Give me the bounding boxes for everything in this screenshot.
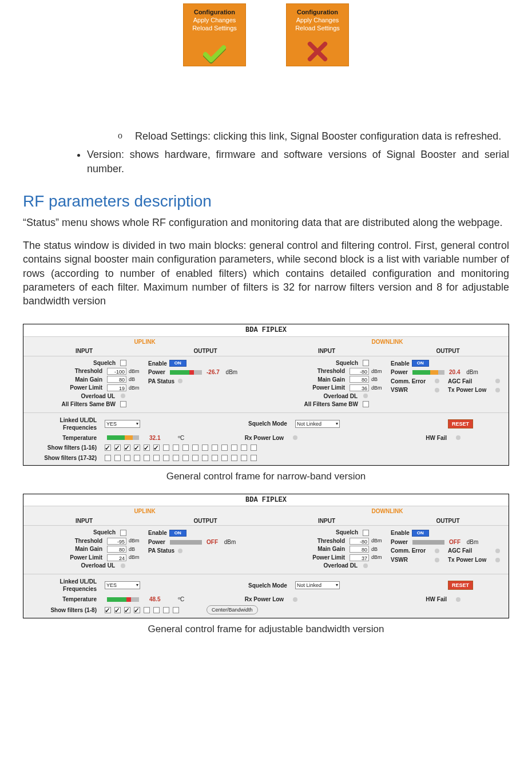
gain-input[interactable]: 80 [107,376,126,383]
filter-checkbox[interactable] [192,445,198,451]
filter-checkbox[interactable] [251,445,257,451]
dl-output-block: EnableON Power20.4 dBm Comm. Error AGC F… [387,356,509,412]
version-text: Version: shows hardware, firmware and so… [87,148,509,176]
temp-bar [107,435,139,440]
filters-1-16 [105,445,257,451]
gain-input[interactable]: 80 [350,376,369,383]
header-downlink: DOWNLINK [266,506,509,517]
filter-checkbox[interactable] [124,455,130,461]
filter-checkbox[interactable] [202,455,208,461]
filter-checkbox[interactable] [163,607,169,613]
filter-checkbox[interactable] [114,607,121,613]
enable-toggle[interactable]: ON [169,360,186,367]
check-icon [203,45,226,62]
reset-button[interactable]: RESET [448,419,473,428]
gain-input[interactable]: 80 [350,546,369,553]
filter-checkbox[interactable] [192,455,198,461]
power-bar [170,370,202,375]
filter-checkbox[interactable] [124,607,130,613]
config-thumbs: Configuration Apply Changes Reload Setti… [23,3,509,66]
panel-title: BDA FIPLEX [23,494,509,506]
gain-input[interactable]: 80 [107,546,126,553]
squelch-checkbox[interactable] [363,530,369,536]
filter-checkbox[interactable] [124,445,130,451]
filter-checkbox[interactable] [105,445,111,451]
filter-checkbox[interactable] [231,445,237,451]
enable-toggle[interactable]: ON [412,530,429,537]
squelch-checkbox[interactable] [120,360,126,366]
ul-input-block: Squelch Threshold-100dBm Main Gain80dB P… [23,356,145,412]
caption-narrow: General control frame for narrow-band ve… [23,470,509,483]
header-input: INPUT [266,347,387,356]
filter-checkbox[interactable] [163,445,169,451]
header-output: OUTPUT [145,347,266,356]
filter-checkbox[interactable] [182,445,189,451]
filter-checkbox[interactable] [105,607,111,613]
header-downlink: DOWNLINK [266,337,509,347]
power-limit-input[interactable]: 24 [107,554,126,561]
filter-checkbox[interactable] [105,455,111,461]
power-limit-input[interactable]: 37 [350,554,369,561]
filter-checkbox[interactable] [202,445,208,451]
ul-output-block: EnableON Power-26.7 dBm PA Status [145,356,266,412]
linked-select[interactable]: YES▾ [105,420,140,428]
header-input: INPUT [23,347,145,356]
filter-checkbox[interactable] [144,607,150,613]
filter-checkbox[interactable] [251,455,257,461]
filter-checkbox[interactable] [241,445,247,451]
dl-input-block: Squelch Threshold-80dBm Main Gain80dB Po… [266,525,387,574]
overload-led [121,394,125,398]
filter-checkbox[interactable] [114,455,121,461]
power-limit-input[interactable]: 36 [350,384,369,391]
filter-checkbox[interactable] [163,455,169,461]
filter-checkbox[interactable] [212,445,218,451]
center-bw-button[interactable]: Center/Bandwidth [207,605,258,614]
threshold-input[interactable]: -80 [350,368,369,375]
filter-checkbox[interactable] [241,455,247,461]
allfilters-checkbox[interactable] [120,401,126,407]
enable-toggle[interactable]: ON [412,360,429,367]
threshold-input[interactable]: -80 [350,538,369,545]
power-bar [412,370,444,375]
allfilters-checkbox[interactable] [363,401,369,407]
filter-checkbox[interactable] [212,455,218,461]
filter-checkbox[interactable] [173,445,179,451]
thumb-line: Apply Changes [296,17,339,25]
filter-checkbox[interactable] [231,455,237,461]
filter-checkbox[interactable] [173,455,179,461]
filter-checkbox[interactable] [221,455,228,461]
power-bar [170,540,202,545]
filter-checkbox[interactable] [173,607,179,613]
power-limit-input[interactable]: 19 [107,384,126,391]
filter-checkbox[interactable] [153,445,160,451]
squelch-checkbox[interactable] [120,530,126,536]
filter-checkbox[interactable] [134,455,140,461]
enable-toggle[interactable]: ON [169,530,186,537]
section-heading: RF parameters description [23,191,509,212]
squelch-mode-select[interactable]: Not Linked▾ [295,420,340,428]
squelch-mode-select[interactable]: Not Linked▾ [295,581,340,589]
filter-checkbox[interactable] [221,445,228,451]
squelch-checkbox[interactable] [363,360,369,366]
para-1: “Status” menu shows whole RF configurati… [23,216,509,229]
filter-checkbox[interactable] [182,455,189,461]
linked-select[interactable]: YES▾ [105,581,140,589]
filter-checkbox[interactable] [153,455,160,461]
header-uplink: UPLINK [23,337,266,347]
thumb-cancel: Configuration Apply Changes Reload Setti… [286,3,349,66]
thumb-title: Configuration [194,9,235,17]
threshold-input[interactable]: -95 [107,538,126,545]
filter-checkbox[interactable] [114,445,121,451]
header-uplink: UPLINK [23,506,266,517]
panel-title: BDA FIPLEX [23,324,509,336]
reset-button[interactable]: RESET [448,581,473,590]
threshold-input[interactable]: -100 [107,368,126,375]
filter-checkbox[interactable] [144,455,150,461]
panel-narrow: BDA FIPLEX UPLINK DOWNLINK INPUT OUTPUT … [23,324,509,466]
dl-input-block: Squelch Threshold-80dBm Main Gain80dB Po… [266,356,387,412]
filter-checkbox[interactable] [144,445,150,451]
filter-checkbox[interactable] [134,445,140,451]
pa-status-led [178,379,182,383]
filter-checkbox[interactable] [153,607,160,613]
filter-checkbox[interactable] [134,607,140,613]
